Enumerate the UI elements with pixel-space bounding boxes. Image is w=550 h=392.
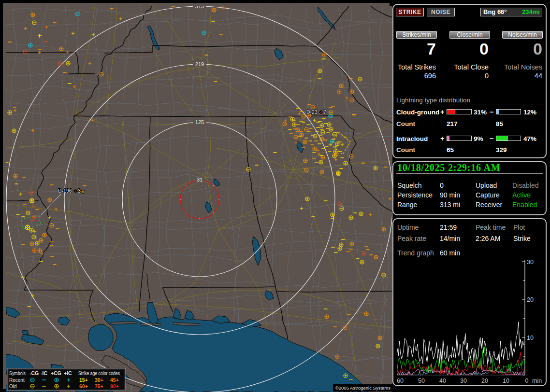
svg-text:75+: 75+ (95, 383, 103, 389)
svg-text:v: v (82, 189, 84, 194)
svg-text:Strike age color codes: Strike age color codes (78, 371, 120, 376)
svg-text:+IC: +IC (64, 370, 72, 376)
svg-text:10: 10 (503, 378, 509, 384)
svg-text:125: 125 (195, 119, 204, 125)
svg-text:10: 10 (527, 335, 534, 341)
svg-text:20: 20 (481, 378, 488, 384)
svg-text:-CG: -CG (29, 370, 39, 376)
svg-text:+: + (74, 188, 77, 194)
svg-text:90+: 90+ (110, 383, 119, 389)
svg-text:15+: 15+ (79, 377, 88, 383)
svg-text:219: 219 (195, 61, 204, 67)
svg-text:D-23: D-23 (306, 109, 318, 115)
svg-text:60+: 60+ (79, 383, 88, 389)
svg-text:20: 20 (527, 296, 534, 303)
svg-text:50: 50 (418, 378, 425, 384)
svg-text:min: min (532, 378, 542, 384)
svg-text:7: 7 (323, 109, 326, 115)
svg-text:©2005 Astrogenic Systems: ©2005 Astrogenic Systems (335, 385, 391, 391)
svg-text:0: 0 (525, 378, 529, 384)
svg-text:30+: 30+ (95, 377, 103, 383)
svg-text:-IC: -IC (41, 370, 47, 376)
svg-text:30: 30 (460, 378, 467, 384)
svg-text:Recent: Recent (9, 378, 25, 383)
svg-text:+CG: +CG (51, 370, 61, 376)
svg-text:40: 40 (439, 378, 446, 384)
svg-text:30: 30 (527, 259, 534, 266)
svg-text:313: 313 (195, 6, 204, 9)
svg-text:31: 31 (197, 177, 203, 182)
svg-text:D-196: D-196 (58, 188, 72, 194)
svg-text:Symbols: Symbols (9, 371, 26, 376)
svg-text:+: + (319, 109, 322, 115)
svg-text:60: 60 (397, 378, 404, 384)
svg-text:Old: Old (9, 384, 17, 389)
svg-text:45+: 45+ (110, 377, 119, 383)
svg-text:3: 3 (78, 188, 81, 194)
